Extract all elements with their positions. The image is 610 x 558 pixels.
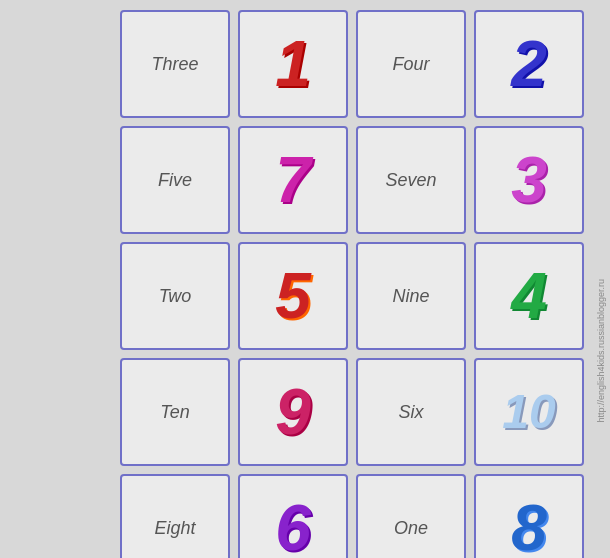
card-6: Seven: [356, 126, 466, 234]
sidebar-url: http://english4kids.russianblogger.ru: [596, 279, 606, 423]
card-7: 3: [474, 126, 584, 234]
card-17: 6: [238, 474, 348, 558]
card-10: Nine: [356, 242, 466, 350]
card-0: Three: [120, 10, 230, 118]
card-1: 1: [238, 10, 348, 118]
card-13: 9: [238, 358, 348, 466]
card-5: 7: [238, 126, 348, 234]
card-number-value: 7: [275, 148, 311, 212]
card-8: Two: [120, 242, 230, 350]
card-number-value: 6: [275, 496, 311, 558]
card-text-label: Five: [158, 170, 192, 191]
card-text-label: Four: [392, 54, 429, 75]
card-text-label: Eight: [154, 518, 195, 539]
card-18: One: [356, 474, 466, 558]
card-text-label: Two: [159, 286, 192, 307]
card-number-value: 2: [511, 32, 547, 96]
card-text-label: Six: [398, 402, 423, 423]
card-text-label: Three: [151, 54, 198, 75]
card-text-label: One: [394, 518, 428, 539]
card-4: Five: [120, 126, 230, 234]
card-9: 5: [238, 242, 348, 350]
card-text-label: Seven: [385, 170, 436, 191]
card-15: 10: [474, 358, 584, 466]
card-text-label: Ten: [160, 402, 189, 423]
card-text-label: Nine: [392, 286, 429, 307]
card-3: 2: [474, 10, 584, 118]
card-grid: Three1Four2Five7Seven3Two5Nine4Ten9Six10…: [0, 0, 594, 558]
card-16: Eight: [120, 474, 230, 558]
card-number-value: 1: [275, 32, 311, 96]
card-2: Four: [356, 10, 466, 118]
card-12: Ten: [120, 358, 230, 466]
card-19: 8: [474, 474, 584, 558]
card-11: 4: [474, 242, 584, 350]
card-number-value: 3: [511, 148, 547, 212]
card-number-value: 10: [502, 388, 555, 436]
card-number-value: 5: [275, 264, 311, 328]
card-number-value: 9: [275, 380, 311, 444]
card-number-value: 8: [511, 496, 547, 558]
card-number-value: 4: [511, 264, 547, 328]
card-14: Six: [356, 358, 466, 466]
